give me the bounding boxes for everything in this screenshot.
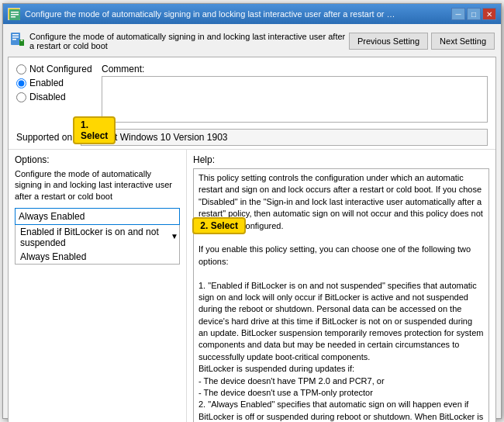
policy-description: Configure the mode of automatically sign… bbox=[29, 32, 349, 50]
radio-disabled[interactable]: Disabled bbox=[16, 92, 94, 102]
svg-rect-5 bbox=[12, 34, 19, 36]
dropdown-wrapper: Always Enabled ▼ Enabled if BitLocker is… bbox=[15, 208, 180, 265]
maximize-button[interactable]: □ bbox=[467, 8, 481, 20]
callout-1-badge: 1. Select bbox=[73, 116, 116, 144]
options-panel: Options: Configure the mode of automatic… bbox=[9, 150, 187, 422]
minimize-button[interactable]: ─ bbox=[451, 8, 465, 20]
dropdown-option-1[interactable]: Enabled if BitLocker is on and not suspe… bbox=[16, 225, 179, 250]
lower-section: Options: Configure the mode of automatic… bbox=[9, 149, 495, 422]
options-description: Configure the mode of automatically sign… bbox=[15, 168, 180, 202]
dropdown-display[interactable]: Always Enabled bbox=[15, 208, 180, 225]
window-title: Configure the mode of automatically sign… bbox=[25, 9, 397, 19]
content-area: Configure the mode of automatically sign… bbox=[3, 24, 501, 422]
dropdown-option-2[interactable]: Always Enabled bbox=[16, 250, 179, 264]
previous-setting-button[interactable]: Previous Setting bbox=[349, 33, 428, 50]
dropdown-value: Always Enabled bbox=[19, 209, 85, 224]
comment-textarea[interactable] bbox=[102, 76, 488, 123]
supported-label: Supported on: bbox=[16, 132, 74, 143]
enabled-label: Enabled bbox=[29, 78, 64, 88]
close-button[interactable]: ✕ bbox=[482, 8, 496, 20]
window-icon bbox=[8, 8, 20, 20]
dropdown-list: Enabled if BitLocker is on and not suspe… bbox=[15, 225, 180, 265]
callout-2-badge: 2. Select bbox=[192, 217, 246, 234]
main-window: Configure the mode of automatically sign… bbox=[2, 3, 502, 419]
svg-rect-1 bbox=[11, 12, 19, 13]
svg-rect-7 bbox=[12, 39, 16, 40]
top-bar: Configure the mode of automatically sign… bbox=[8, 29, 496, 54]
radio-enabled[interactable]: Enabled 1. Select bbox=[16, 78, 94, 88]
top-info: Configure the mode of automatically sign… bbox=[9, 32, 349, 50]
svg-rect-3 bbox=[11, 16, 16, 18]
policy-icon bbox=[9, 32, 25, 47]
options-title: Options: bbox=[15, 154, 180, 165]
help-text[interactable]: This policy setting controls the configu… bbox=[193, 168, 489, 422]
not-configured-label: Not Configured bbox=[29, 64, 92, 74]
supported-value: At least Windows 10 Version 1903 bbox=[81, 129, 488, 146]
nav-buttons: Previous Setting Next Setting bbox=[349, 33, 495, 50]
title-bar: Configure the mode of automatically sign… bbox=[3, 4, 501, 24]
comment-section: Comment: bbox=[102, 64, 488, 123]
next-setting-button[interactable]: Next Setting bbox=[431, 33, 495, 50]
help-panel: Help: This policy setting controls the c… bbox=[187, 150, 495, 422]
radio-comment-row: Not Configured Enabled 1. Select Disable… bbox=[9, 57, 495, 126]
window-controls: ─ □ ✕ bbox=[451, 8, 496, 20]
radio-not-configured[interactable]: Not Configured bbox=[16, 64, 94, 74]
disabled-label: Disabled bbox=[29, 92, 66, 102]
svg-rect-6 bbox=[12, 36, 19, 38]
svg-rect-2 bbox=[11, 14, 19, 16]
main-panel: Not Configured Enabled 1. Select Disable… bbox=[8, 57, 496, 422]
help-title: Help: bbox=[193, 154, 489, 165]
comment-label: Comment: bbox=[102, 64, 488, 74]
radio-group: Not Configured Enabled 1. Select Disable… bbox=[16, 64, 94, 102]
